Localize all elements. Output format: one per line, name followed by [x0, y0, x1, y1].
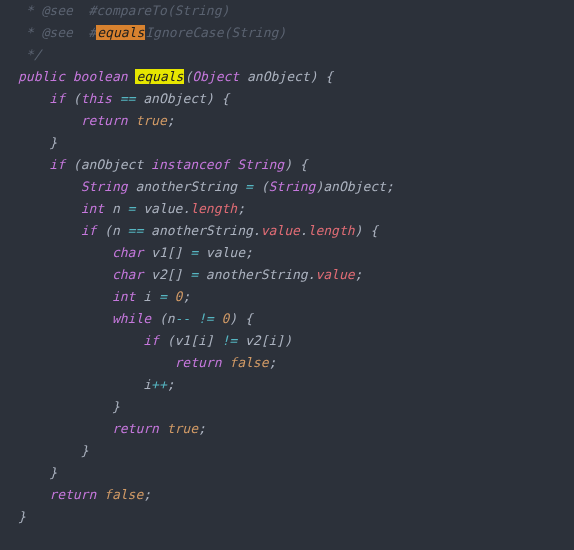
code-line: char v1[] = value; — [18, 245, 253, 260]
comment-line: */ — [18, 47, 41, 62]
code-line: int n = value.length; — [18, 201, 245, 216]
code-line: } — [18, 399, 120, 414]
search-match-current: equals — [135, 69, 184, 84]
code-line: char v2[] = anotherString.value; — [18, 267, 362, 282]
code-line: if (v1[i] != v2[i]) — [18, 333, 292, 348]
code-line: if (anObject instanceof String) { — [18, 157, 308, 172]
comment-line: * @see #equalsIgnoreCase(String) — [18, 25, 286, 40]
code-line: return true; — [18, 113, 175, 128]
code-line: String anotherString = (String)anObject; — [18, 179, 394, 194]
code-line: } — [18, 443, 88, 458]
comment-line: * @see #compareTo(String) — [18, 3, 229, 18]
code-line: while (n-- != 0) { — [18, 311, 253, 326]
code-line: i++; — [18, 377, 175, 392]
code-editor[interactable]: * @see #compareTo(String) * @see #equals… — [0, 0, 574, 528]
code-line: public boolean equals(Object anObject) { — [18, 69, 333, 84]
code-line: } — [18, 135, 57, 150]
code-line: } — [18, 509, 26, 524]
code-line: return true; — [18, 421, 206, 436]
search-match: equals — [96, 25, 145, 40]
code-line: return false; — [18, 487, 151, 502]
code-line: if (this == anObject) { — [18, 91, 229, 106]
code-line: int i = 0; — [18, 289, 190, 304]
code-line: } — [18, 465, 57, 480]
code-line: if (n == anotherString.value.length) { — [18, 223, 378, 238]
code-line: return false; — [18, 355, 276, 370]
